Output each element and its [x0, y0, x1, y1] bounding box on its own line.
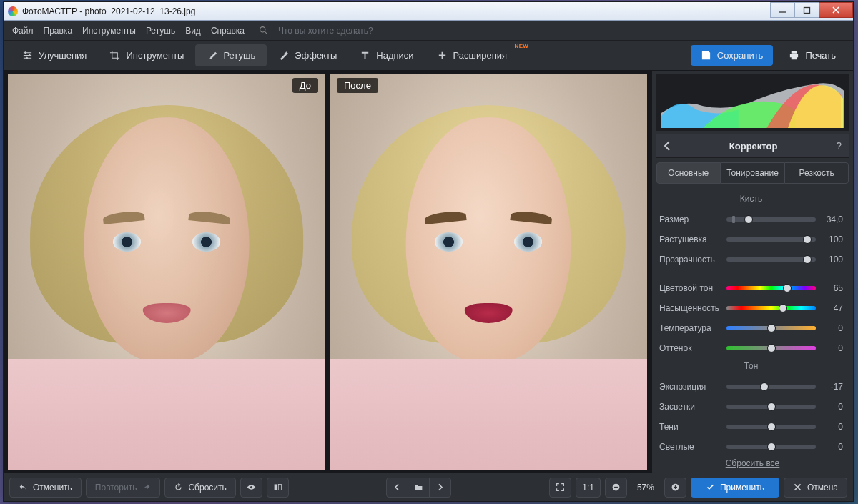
- slider-opacity[interactable]: Прозрачность 100: [659, 249, 843, 270]
- app-window: ФотоМАСТЕР - photo_2021-02-12_13-26.jpg …: [3, 1, 854, 502]
- new-badge: NEW: [515, 43, 529, 49]
- next-image-button[interactable]: [429, 478, 451, 498]
- tab-retouch-label: Ретушь: [223, 50, 255, 61]
- crop-icon: [109, 50, 120, 61]
- subtab-sharpen[interactable]: Резкость: [784, 162, 849, 184]
- toolbar: Улучшения Инструменты Ретушь Эффекты Над…: [4, 41, 853, 71]
- redo-icon: [142, 483, 151, 492]
- menu-tools[interactable]: Инструменты: [82, 26, 136, 36]
- chevron-right-icon: [435, 483, 445, 492]
- minus-icon: [611, 483, 621, 492]
- folder-icon: [414, 483, 423, 492]
- svg-rect-0: [804, 7, 810, 13]
- tab-extensions[interactable]: Расширения NEW: [425, 44, 519, 66]
- compare-button[interactable]: [267, 478, 289, 498]
- slider-hue[interactable]: Цветовой тон 65: [659, 278, 843, 298]
- reset-icon: [174, 483, 183, 492]
- zoom-value: 57%: [631, 483, 660, 493]
- menubar: Файл Правка Инструменты Ретушь Вид Справ…: [4, 21, 853, 41]
- image-after[interactable]: После: [330, 74, 647, 470]
- back-icon[interactable]: [664, 141, 671, 151]
- undo-button[interactable]: Отменить: [9, 478, 82, 498]
- undo-icon: [19, 483, 28, 492]
- maximize-button[interactable]: [794, 2, 819, 18]
- apply-button[interactable]: Применить: [691, 478, 779, 498]
- menubar-search[interactable]: Что вы хотите сделать?: [278, 26, 373, 36]
- cancel-button[interactable]: Отмена: [784, 478, 847, 498]
- histogram[interactable]: [656, 74, 849, 131]
- slider-tint[interactable]: Оттенок 0: [659, 338, 843, 358]
- slider-highlights[interactable]: Засветки 0: [659, 397, 843, 417]
- menu-edit[interactable]: Правка: [44, 26, 73, 36]
- slider-feather[interactable]: Растушевка 100: [659, 229, 843, 249]
- slider-whites[interactable]: Светлые 0: [659, 437, 843, 454]
- redo-button[interactable]: Повторить: [86, 478, 161, 498]
- actual-size-button[interactable]: 1:1: [576, 478, 601, 498]
- sliders-icon: [22, 50, 33, 61]
- tab-tools[interactable]: Инструменты: [98, 44, 195, 66]
- minimize-button[interactable]: [770, 2, 795, 18]
- before-label: До: [292, 78, 318, 93]
- slider-shadows[interactable]: Тени 0: [659, 417, 843, 437]
- fit-icon: [556, 483, 565, 492]
- x-icon: [793, 483, 802, 492]
- sliders-container: Кисть Размер 34,0 Растушевка 100 Прозрач…: [652, 187, 853, 454]
- slider-saturation[interactable]: Насыщенность 47: [659, 298, 843, 318]
- svg-rect-7: [278, 484, 281, 490]
- reset-button[interactable]: Сбросить: [164, 478, 235, 498]
- text-icon: [360, 50, 370, 61]
- fit-screen-button[interactable]: [549, 478, 571, 498]
- svg-line-2: [265, 31, 267, 34]
- tab-retouch[interactable]: Ретушь: [195, 44, 267, 66]
- slider-size[interactable]: Размер 34,0: [659, 209, 843, 229]
- print-button[interactable]: Печать: [779, 45, 846, 66]
- split-icon: [273, 483, 282, 492]
- menu-file[interactable]: Файл: [12, 26, 34, 36]
- app-logo-icon: [8, 6, 18, 16]
- menu-view[interactable]: Вид: [185, 26, 201, 36]
- slider-temperature[interactable]: Температура 0: [659, 318, 843, 338]
- titlebar: ФотоМАСТЕР - photo_2021-02-12_13-26.jpg: [4, 2, 853, 21]
- brush-icon: [207, 50, 217, 61]
- chevron-left-icon: [393, 483, 402, 492]
- menu-help[interactable]: Справка: [211, 26, 245, 36]
- tab-tools-label: Инструменты: [126, 50, 184, 61]
- image-before[interactable]: До: [8, 74, 325, 470]
- reset-all-link[interactable]: Сбросить все: [652, 454, 853, 473]
- svg-point-3: [24, 51, 26, 54]
- prev-image-button[interactable]: [386, 478, 408, 498]
- svg-rect-12: [675, 485, 676, 489]
- browse-button[interactable]: [408, 478, 430, 498]
- panel-title: Корректор: [671, 141, 836, 152]
- zoom-in-button[interactable]: [664, 478, 686, 498]
- help-icon[interactable]: ?: [836, 140, 842, 152]
- tab-captions-label: Надписи: [376, 50, 413, 61]
- section-tone: Тон: [659, 361, 843, 371]
- tab-captions[interactable]: Надписи: [348, 44, 425, 66]
- panel-header: Корректор ?: [656, 134, 849, 158]
- tab-effects[interactable]: Эффекты: [267, 44, 348, 66]
- tab-enhance[interactable]: Улучшения: [11, 44, 98, 66]
- subtab-toning[interactable]: Тонирование: [721, 162, 785, 184]
- bottombar: Отменить Повторить Сбросить 1:1 57%: [4, 473, 853, 501]
- preview-button[interactable]: [240, 478, 262, 498]
- tab-extensions-label: Расширения: [453, 50, 508, 61]
- search-icon: [259, 26, 268, 35]
- print-icon: [789, 50, 799, 61]
- plus-circle-icon: [671, 483, 680, 492]
- save-button[interactable]: Сохранить: [691, 45, 774, 66]
- main-area: До После Корректор: [4, 71, 853, 473]
- save-icon: [701, 50, 711, 61]
- menu-retouch[interactable]: Ретушь: [146, 26, 175, 36]
- subtab-main[interactable]: Основные: [656, 162, 721, 184]
- section-brush: Кисть: [659, 194, 843, 204]
- after-label: После: [337, 78, 378, 93]
- eye-icon: [247, 483, 256, 492]
- close-button[interactable]: [819, 2, 853, 18]
- zoom-out-button[interactable]: [605, 478, 627, 498]
- side-panel: Корректор ? Основные Тонирование Резкост…: [651, 71, 853, 473]
- svg-point-1: [260, 27, 265, 32]
- slider-exposure[interactable]: Экспозиция -17: [659, 377, 843, 397]
- svg-rect-6: [274, 484, 277, 490]
- tab-enhance-label: Улучшения: [39, 50, 87, 61]
